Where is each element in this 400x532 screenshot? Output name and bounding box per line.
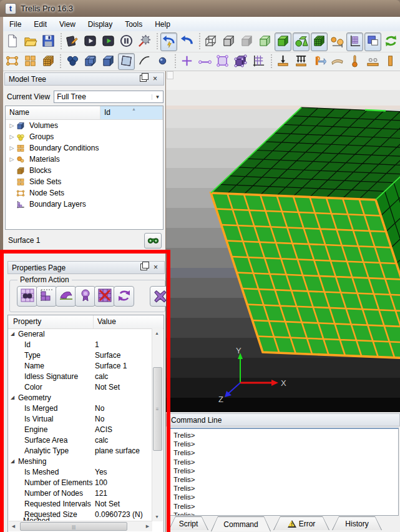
play-journal-green-button[interactable] (100, 32, 117, 51)
moment-button[interactable] (311, 53, 328, 70)
expand-arrow-icon[interactable]: ▷ (8, 145, 16, 151)
column-header-value[interactable]: Value (94, 315, 163, 328)
expand-arrow-icon[interactable]: ▷ (8, 122, 16, 129)
column-header-property[interactable]: Property (8, 315, 94, 328)
property-row-number-of-elements[interactable]: Number of Elements100 (8, 477, 153, 488)
command-line-header[interactable]: Command Line (166, 413, 400, 426)
wizard-button[interactable] (136, 32, 153, 51)
collapse-arrow-icon[interactable]: ◢ (8, 331, 18, 337)
mesh-display-button[interactable] (311, 32, 328, 51)
mesh-surface-button[interactable] (215, 53, 232, 70)
tree-item-boundary-layers[interactable]: Boundary Layers (6, 199, 163, 210)
model-tree-header[interactable]: Model Tree × (4, 72, 164, 86)
pressure-button[interactable] (293, 53, 310, 70)
temperature-button[interactable] (347, 53, 364, 70)
properties-page-header[interactable]: Properties Page × (7, 261, 165, 274)
partial-edge-button[interactable] (383, 53, 399, 70)
shell-button[interactable] (329, 53, 346, 70)
tree-item-node-sets[interactable]: Node Sets (6, 187, 163, 199)
graphics-scale-button[interactable] (346, 32, 363, 51)
validate-mesh-button[interactable] (75, 286, 95, 307)
smooth-mesh-button[interactable] (56, 286, 76, 307)
perspective-button[interactable] (364, 32, 381, 51)
collapse-arrow-icon[interactable]: ◢ (8, 395, 18, 400)
curve-mode-button[interactable] (136, 53, 153, 70)
tree-item-boundary-conditions[interactable]: ▷Boundary Conditions (6, 142, 163, 154)
property-row-surface-area[interactable]: Surface Areacalc (8, 435, 153, 445)
smooth-shade-cube-button[interactable] (275, 32, 291, 51)
property-row-general[interactable]: ◢General (8, 328, 153, 339)
vertical-scrollbar[interactable]: ▲ ≡ ▼ (152, 328, 163, 521)
property-row-id[interactable]: Id1 (8, 339, 153, 350)
close-panel-icon[interactable]: × (151, 264, 160, 272)
delete-mesh-button[interactable] (94, 286, 115, 307)
scroll-up-icon[interactable]: ▲ (152, 328, 162, 338)
scroll-down-icon[interactable]: ▼ (152, 512, 162, 521)
current-view-dropdown[interactable]: Full Tree ▼ (54, 91, 163, 103)
new-file-button[interactable] (4, 32, 21, 51)
property-row-name[interactable]: NameSurface 1 (8, 360, 153, 371)
property-row-geometry[interactable]: ◢Geometry (8, 392, 153, 403)
property-row-requested-intervals[interactable]: Requested IntervalsNot Set (8, 498, 153, 509)
property-row-color[interactable]: ColorNot Set (8, 382, 153, 392)
scroll-left-icon[interactable]: ◀ (9, 521, 18, 531)
tab-command[interactable]: Command (211, 516, 271, 531)
menu-tools[interactable]: Tools (119, 18, 149, 31)
property-row-is-virtual[interactable]: Is VirtualNo (8, 413, 153, 424)
mesh-grid-button[interactable] (250, 53, 267, 70)
surface-mode-button[interactable] (118, 53, 135, 70)
tree-item-groups[interactable]: ▷Groups (6, 131, 163, 142)
scrollbar-thumb[interactable]: ≡ (153, 367, 162, 451)
property-row-number-of-nodes[interactable]: Number of Nodes121 (8, 488, 153, 498)
close-panel-icon[interactable]: × (150, 75, 160, 84)
property-row-engine[interactable]: EngineACIS (8, 424, 153, 435)
column-header-id[interactable]: Id ▲ (100, 106, 163, 119)
property-row-type[interactable]: TypeSurface (8, 350, 153, 360)
splitter-handle[interactable] (167, 71, 173, 79)
vertex-mode-button[interactable] (154, 53, 171, 70)
journal-editor-button[interactable] (64, 32, 80, 51)
volumes-button[interactable] (82, 53, 99, 70)
hidden-line-cube-button[interactable] (220, 32, 237, 51)
menu-help[interactable]: Help (149, 18, 177, 31)
tree-item-blocks[interactable]: Blocks (6, 165, 163, 176)
transparent-cube-button[interactable] (256, 32, 273, 51)
spring-button[interactable] (364, 53, 381, 70)
command-output[interactable]: Trelis>Trelis>Trelis>Trelis>Trelis>Treli… (167, 428, 399, 516)
expand-arrow-icon[interactable]: ▷ (8, 134, 16, 140)
shaded-cube-button[interactable] (238, 32, 255, 51)
wireframe-cube-button[interactable] (202, 32, 219, 51)
tree-item-volumes[interactable]: ▷Volumes (6, 120, 163, 131)
menu-edit[interactable]: Edit (27, 18, 53, 31)
scrollbar-thumb[interactable]: ||| (20, 522, 127, 531)
locate-mesh-button[interactable] (17, 286, 37, 307)
mesh-quality-button[interactable] (36, 286, 57, 307)
collapse-arrow-icon[interactable]: ◢ (8, 458, 18, 464)
geometry-display-button[interactable] (293, 32, 310, 51)
locate-entity-button[interactable] (144, 233, 162, 249)
property-row-is-merged[interactable]: Is MergedNo (8, 403, 153, 413)
measure-button[interactable] (329, 32, 346, 51)
menu-view[interactable]: View (53, 18, 82, 31)
scroll-right-icon[interactable]: ▶ (143, 521, 152, 531)
graphics-viewport[interactable]: YXZ (166, 71, 400, 412)
undo-checkpoint-button[interactable] (160, 32, 177, 51)
title-bar[interactable]: t Trelis Pro 16.3 (0, 0, 400, 17)
column-header-name[interactable]: Name (6, 106, 100, 119)
tree-item-side-sets[interactable]: Side Sets (6, 176, 163, 187)
expand-arrow-icon[interactable]: ▷ (8, 156, 16, 162)
play-journal-button[interactable] (82, 32, 99, 51)
save-button[interactable] (40, 32, 57, 51)
remesh-button[interactable] (114, 286, 134, 307)
property-row-is-meshed[interactable]: Is MeshedYes (8, 466, 153, 477)
tab-history[interactable]: History (332, 516, 382, 530)
mesh-curve-button[interactable] (197, 53, 213, 70)
undo-button[interactable] (178, 32, 195, 51)
float-panel-icon[interactable] (139, 75, 148, 84)
force-button[interactable] (275, 53, 291, 70)
property-row-meshing[interactable]: ◢Meshing (8, 456, 153, 466)
pause-button[interactable] (118, 32, 135, 51)
mesh-volume-button[interactable] (232, 53, 249, 70)
horizontal-scrollbar[interactable]: ◀ ||| ▶ (9, 521, 152, 531)
tree-item-materials[interactable]: ▷Materials (6, 154, 163, 165)
